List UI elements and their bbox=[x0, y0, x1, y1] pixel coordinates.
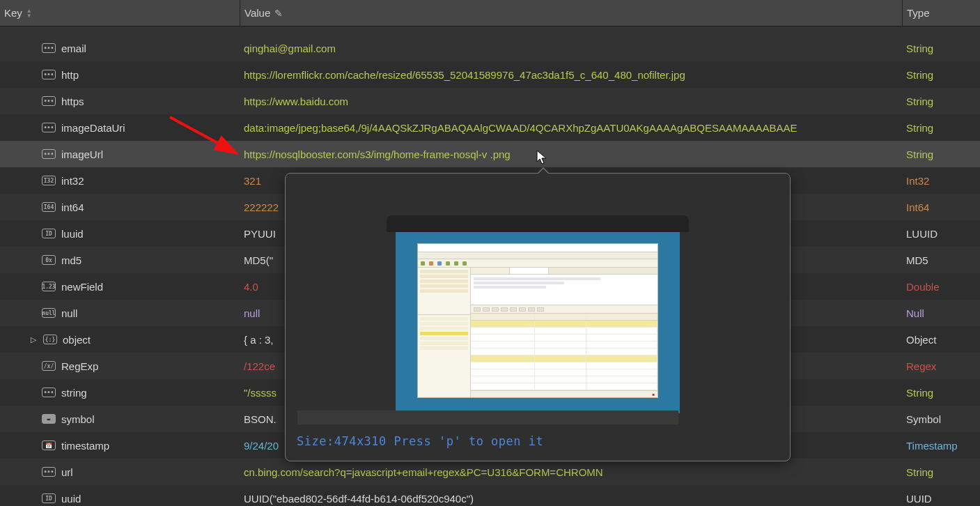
table-row[interactable]: •••imageUrlhttps://nosqlbooster.com/s3/i… bbox=[0, 141, 980, 167]
key-label: object bbox=[63, 334, 91, 346]
preview-sidebar bbox=[418, 268, 471, 397]
type-icon: ID bbox=[42, 493, 56, 503]
table-row[interactable]: •••imageDataUridata:image/jpeg;base64,/9… bbox=[0, 114, 980, 141]
type-label: String bbox=[906, 122, 933, 134]
key-label: imageDataUri bbox=[61, 122, 125, 134]
type-label: LUUID bbox=[906, 228, 938, 240]
type-icon: ••• bbox=[42, 70, 56, 79]
header-key-label: Key bbox=[4, 7, 22, 19]
value-text[interactable]: { a : 3, bbox=[244, 334, 274, 346]
header-value-label: Value bbox=[244, 7, 270, 19]
type-icon: /x/ bbox=[42, 361, 56, 371]
type-label: UUID bbox=[906, 493, 932, 505]
key-label: string bbox=[61, 387, 87, 399]
type-label: Regex bbox=[906, 360, 936, 372]
type-label: Symbol bbox=[906, 413, 941, 425]
type-icon: {:} bbox=[43, 335, 57, 344]
value-text[interactable]: BSON. bbox=[244, 413, 277, 425]
value-text[interactable]: 4.0 bbox=[244, 281, 258, 293]
preview-window: ■ bbox=[417, 243, 658, 398]
type-icon: 0x bbox=[42, 255, 56, 265]
value-text[interactable]: https://loremflickr.com/cache/resized/65… bbox=[244, 69, 685, 81]
type-label: String bbox=[906, 43, 933, 54]
type-icon: ••• bbox=[42, 149, 56, 159]
type-icon: ID bbox=[42, 229, 56, 238]
key-label: luuid bbox=[61, 228, 84, 240]
image-preview-tooltip: ■ Size:474x310 Press 'p' to open it bbox=[285, 173, 791, 461]
header-value[interactable]: Value ✎ bbox=[240, 0, 902, 26]
preview-frame: ■ bbox=[396, 228, 680, 413]
header-type[interactable]: Type bbox=[902, 0, 980, 26]
type-label: MD5 bbox=[906, 254, 928, 266]
header-key[interactable]: Key ▲▼ bbox=[0, 7, 240, 19]
value-text[interactable]: MD5(" bbox=[244, 254, 273, 266]
key-label: md5 bbox=[61, 254, 81, 266]
type-label: Null bbox=[906, 307, 924, 319]
key-label: int64 bbox=[61, 201, 84, 213]
preview-titlebar bbox=[418, 244, 658, 252]
preview-toolbar bbox=[418, 259, 658, 268]
header-type-label: Type bbox=[907, 7, 930, 19]
type-icon: I64 bbox=[42, 202, 56, 212]
type-label: String bbox=[906, 95, 933, 107]
type-icon: ▬ bbox=[42, 414, 56, 424]
type-icon: 📅 bbox=[42, 440, 56, 450]
type-label: Object bbox=[906, 334, 936, 346]
table-row[interactable]: •••httpshttps://www.baidu.comString bbox=[0, 88, 980, 114]
key-label: RegExp bbox=[61, 360, 98, 372]
type-icon: ••• bbox=[42, 388, 56, 397]
value-text[interactable]: "/sssss bbox=[244, 387, 277, 399]
type-icon: ••• bbox=[42, 123, 56, 132]
value-text[interactable]: https://nosqlbooster.com/s3/img/home-fra… bbox=[244, 148, 511, 160]
preview-bezel bbox=[387, 215, 689, 232]
type-icon: ••• bbox=[42, 43, 56, 53]
key-label: timestamp bbox=[61, 440, 109, 452]
edit-icon[interactable]: ✎ bbox=[274, 8, 283, 19]
type-label: String bbox=[906, 148, 933, 160]
key-label: uuid bbox=[61, 493, 81, 505]
type-label: String bbox=[906, 466, 933, 478]
value-text[interactable]: UUID("ebaed802-56df-44fd-b614-06df520c94… bbox=[244, 493, 474, 505]
type-icon: ••• bbox=[42, 96, 56, 106]
preview-hint: Size:474x310 Press 'p' to open it bbox=[297, 434, 543, 448]
key-label: url bbox=[61, 466, 73, 478]
key-label: imageUrl bbox=[61, 148, 103, 160]
table-row[interactable]: •••httphttps://loremflickr.com/cache/res… bbox=[0, 61, 980, 88]
table-row[interactable]: IDuuidUUID("ebaed802-56df-44fd-b614-06df… bbox=[0, 485, 980, 506]
type-icon: null bbox=[42, 308, 56, 318]
type-label: Int64 bbox=[906, 201, 929, 213]
value-text[interactable]: 321 bbox=[244, 175, 261, 187]
table-row[interactable]: •••emailqinghai@gmail.comString bbox=[0, 35, 980, 61]
key-label: http bbox=[61, 69, 79, 81]
value-text[interactable]: https://www.baidu.com bbox=[244, 95, 348, 107]
type-icon: 1.23 bbox=[42, 282, 56, 291]
value-text[interactable]: cn.bing.com/search?q=javascript+email+re… bbox=[244, 466, 603, 478]
key-label: https bbox=[61, 95, 84, 107]
type-label: Timestamp bbox=[906, 440, 958, 452]
sort-icon[interactable]: ▲▼ bbox=[26, 8, 32, 18]
type-label: Int32 bbox=[906, 175, 929, 187]
value-text[interactable]: /122ce bbox=[244, 360, 275, 372]
value-text[interactable]: data:image/jpeg;base64,/9j/4AAQSkZJRgABA… bbox=[244, 122, 798, 134]
value-text[interactable]: PYUUI bbox=[244, 228, 276, 240]
value-text[interactable]: null bbox=[244, 307, 260, 319]
type-label: Double bbox=[906, 281, 940, 293]
table-row-spacer bbox=[0, 26, 980, 35]
value-text[interactable]: qinghai@gmail.com bbox=[244, 43, 336, 54]
type-icon: I32 bbox=[42, 176, 56, 185]
type-label: String bbox=[906, 69, 933, 81]
preview-shadow-bar bbox=[297, 411, 678, 424]
key-label: int32 bbox=[61, 175, 84, 187]
key-label: email bbox=[61, 43, 86, 54]
value-text[interactable]: 222222 bbox=[244, 201, 279, 213]
value-text[interactable]: 9/24/20 bbox=[244, 440, 279, 452]
key-label: newField bbox=[61, 281, 103, 293]
table-header: Key ▲▼ Value ✎ Type bbox=[0, 0, 980, 26]
table-row[interactable]: •••urlcn.bing.com/search?q=javascript+em… bbox=[0, 459, 980, 485]
type-label: String bbox=[906, 387, 933, 399]
key-label: null bbox=[61, 307, 77, 319]
key-label: symbol bbox=[61, 413, 95, 425]
type-icon: ••• bbox=[42, 467, 56, 477]
preview-menubar bbox=[418, 252, 658, 259]
expand-icon[interactable]: ▷ bbox=[31, 335, 36, 344]
